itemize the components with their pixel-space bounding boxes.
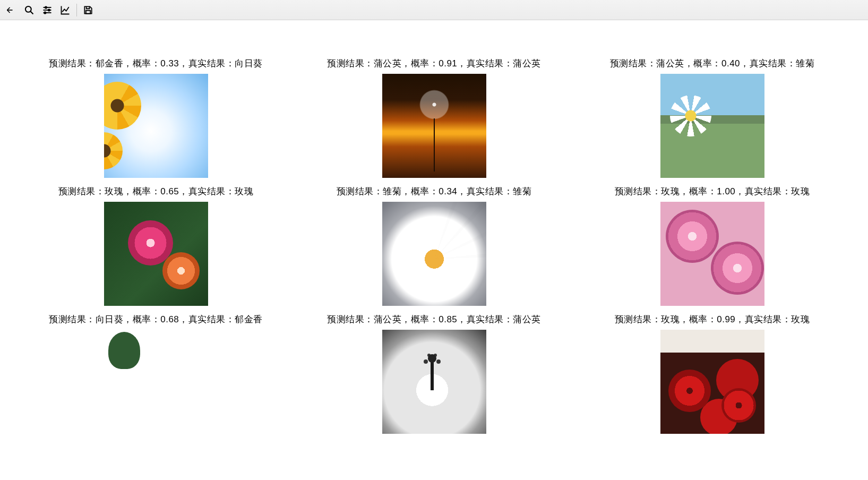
flower-image — [104, 330, 208, 434]
label-pred-prefix: 预测结果： — [58, 186, 105, 196]
pred-value: 郁金香 — [96, 58, 124, 68]
label-truth-prefix: ，真实结果： — [457, 186, 513, 196]
label-prob-prefix: ，概率： — [401, 58, 439, 68]
label-prob-prefix: ，概率： — [123, 314, 160, 324]
label-prob-prefix: ，概率： — [680, 186, 717, 196]
label-pred-prefix: 预测结果： — [615, 314, 661, 324]
flower-image — [660, 330, 764, 434]
flower-image — [104, 74, 208, 178]
label-prob-prefix: ，概率： — [123, 58, 160, 68]
grid-cell: 预测结果：玫瑰，概率：0.65，真实结果：玫瑰 — [29, 185, 283, 306]
label-pred-prefix: 预测结果： — [615, 186, 661, 196]
prediction-title: 预测结果：蒲公英，概率：0.40，真实结果：雏菊 — [610, 57, 814, 70]
grid-cell: 预测结果：玫瑰，概率：1.00，真实结果：玫瑰 — [585, 185, 840, 306]
prediction-title: 预测结果：玫瑰，概率：0.99，真实结果：玫瑰 — [615, 313, 810, 325]
axes-button[interactable] — [56, 1, 74, 19]
truth-value: 蒲公英 — [513, 58, 541, 68]
label-truth-prefix: ，真实结果： — [740, 58, 796, 68]
chart-icon — [60, 5, 71, 15]
label-pred-prefix: 预测结果： — [49, 314, 96, 324]
prediction-title: 预测结果：蒲公英，概率：0.91，真实结果：蒲公英 — [327, 57, 541, 70]
prediction-title: 预测结果：向日葵，概率：0.68，真实结果：郁金香 — [49, 313, 263, 325]
grid-cell: 预测结果：玫瑰，概率：0.99，真实结果：玫瑰 — [585, 313, 840, 434]
grid-cell: 预测结果：蒲公英，概率：0.91，真实结果：蒲公英 — [307, 57, 562, 178]
prob-value: 0.33 — [160, 58, 179, 68]
prediction-title: 预测结果：郁金香，概率：0.33，真实结果：向日葵 — [49, 57, 263, 70]
pred-value: 雏菊 — [383, 186, 401, 196]
truth-value: 玫瑰 — [791, 186, 810, 196]
save-icon — [83, 5, 93, 15]
svg-point-4 — [45, 6, 47, 8]
prediction-title: 预测结果：蒲公英，概率：0.85，真实结果：蒲公英 — [327, 313, 541, 325]
svg-point-8 — [44, 12, 46, 13]
pred-value: 玫瑰 — [105, 186, 123, 196]
pred-value: 玫瑰 — [661, 186, 680, 196]
pred-value: 玫瑰 — [661, 314, 680, 324]
search-icon — [24, 5, 35, 15]
label-prob-prefix: ，概率： — [680, 314, 717, 324]
label-pred-prefix: 预测结果： — [49, 58, 96, 68]
flower-image — [104, 202, 208, 306]
prob-value: 0.91 — [439, 58, 457, 68]
label-prob-prefix: ，概率： — [684, 58, 721, 68]
grid-row: 预测结果：玫瑰，概率：0.65，真实结果：玫瑰预测结果：雏菊，概率：0.34，真… — [29, 185, 840, 306]
sliders-icon — [42, 5, 53, 15]
flower-image — [382, 202, 486, 306]
truth-value: 蒲公英 — [513, 314, 541, 324]
label-pred-prefix: 预测结果： — [327, 58, 374, 68]
configure-button[interactable] — [38, 1, 56, 19]
label-truth-prefix: ，真实结果： — [457, 314, 513, 324]
truth-value: 向日葵 — [235, 58, 263, 68]
label-truth-prefix: ，真实结果： — [735, 186, 791, 196]
prob-value: 0.85 — [439, 314, 457, 324]
save-button[interactable] — [79, 1, 97, 19]
svg-point-6 — [48, 9, 50, 11]
svg-point-1 — [25, 6, 31, 12]
flower-image — [660, 202, 764, 306]
prediction-title: 预测结果：玫瑰，概率：0.65，真实结果：玫瑰 — [58, 185, 254, 198]
label-pred-prefix: 预测结果： — [337, 186, 383, 196]
truth-value: 玫瑰 — [791, 314, 810, 324]
pan-icon — [6, 5, 16, 15]
prob-value: 0.65 — [160, 186, 179, 196]
flower-image — [660, 74, 764, 178]
pred-value: 向日葵 — [96, 314, 124, 324]
pan-button[interactable] — [2, 1, 20, 19]
truth-value: 玫瑰 — [235, 186, 253, 196]
grid-cell: 预测结果：蒲公英，概率：0.40，真实结果：雏菊 — [585, 57, 840, 178]
figure-toolbar — [0, 0, 868, 20]
prob-value: 0.68 — [160, 314, 179, 324]
grid-cell: 预测结果：雏菊，概率：0.34，真实结果：雏菊 — [307, 185, 562, 306]
label-prob-prefix: ，概率： — [401, 186, 439, 196]
label-pred-prefix: 预测结果： — [327, 314, 374, 324]
label-prob-prefix: ，概率： — [123, 186, 160, 196]
label-truth-prefix: ，真实结果： — [735, 314, 791, 324]
label-truth-prefix: ，真实结果： — [457, 58, 513, 68]
grid-row: 预测结果：向日葵，概率：0.68，真实结果：郁金香预测结果：蒲公英，概率：0.8… — [29, 313, 840, 434]
truth-value: 雏菊 — [796, 58, 814, 68]
pred-value: 蒲公英 — [374, 314, 402, 324]
pred-value: 蒲公英 — [374, 58, 402, 68]
flower-image — [382, 74, 486, 178]
zoom-button[interactable] — [20, 1, 38, 19]
pred-value: 蒲公英 — [656, 58, 684, 68]
grid-cell: 预测结果：向日葵，概率：0.68，真实结果：郁金香 — [29, 313, 283, 434]
figure-canvas: 预测结果：郁金香，概率：0.33，真实结果：向日葵预测结果：蒲公英，概率：0.9… — [0, 20, 868, 444]
label-truth-prefix: ，真实结果： — [179, 186, 235, 196]
label-truth-prefix: ，真实结果： — [179, 314, 235, 324]
prob-value: 0.40 — [721, 58, 740, 68]
grid-cell: 预测结果：蒲公英，概率：0.85，真实结果：蒲公英 — [307, 313, 562, 434]
flower-image — [382, 330, 486, 434]
prediction-title: 预测结果：雏菊，概率：0.34，真实结果：雏菊 — [337, 185, 532, 198]
svg-line-2 — [31, 11, 33, 14]
label-prob-prefix: ，概率： — [401, 314, 439, 324]
grid-cell: 预测结果：郁金香，概率：0.33，真实结果：向日葵 — [29, 57, 283, 178]
truth-value: 郁金香 — [235, 314, 263, 324]
toolbar-separator — [76, 4, 77, 16]
truth-value: 雏菊 — [513, 186, 531, 196]
grid-row: 预测结果：郁金香，概率：0.33，真实结果：向日葵预测结果：蒲公英，概率：0.9… — [29, 57, 840, 178]
label-truth-prefix: ，真实结果： — [179, 58, 235, 68]
prob-value: 1.00 — [717, 186, 735, 196]
svg-rect-9 — [86, 10, 90, 13]
prob-value: 0.99 — [717, 314, 735, 324]
